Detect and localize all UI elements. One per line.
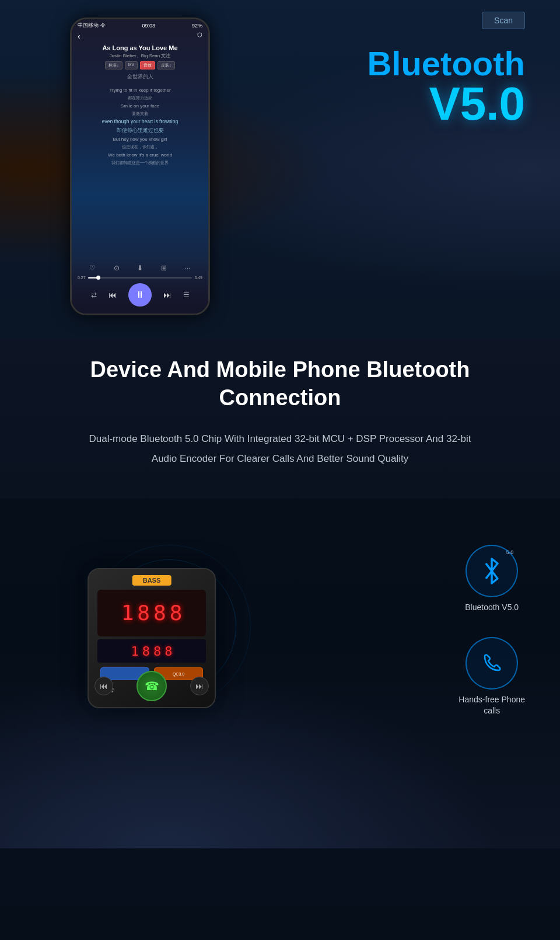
device-body: BASS 1 8 8 8 1 8 8 8 xyxy=(88,568,216,708)
lyric-3-cn: 即使你心里难过也要 xyxy=(79,127,201,134)
top-section: Scan 中国移动 令 09:03 92% ‹ ⬡ xyxy=(0,0,560,339)
phone-svg-icon xyxy=(480,652,503,675)
phone-tags: 标准↓ MV 音效 皮肤↓ xyxy=(72,61,208,69)
page-wrapper: Scan 中国移动 令 09:03 92% ‹ ⬡ xyxy=(0,0,560,940)
bluetooth-icon-circle: 5.0 xyxy=(466,545,518,597)
section-description: Dual-mode Bluetooth 5.0 Chip With Integr… xyxy=(82,429,478,469)
bluetooth-title-block: Bluetooth V5.0 xyxy=(367,47,525,127)
artist-name: Justin Bieber、Big Sean 文注 xyxy=(72,53,208,59)
phone-icon-circle xyxy=(466,637,518,690)
phone-container: 中国移动 令 09:03 92% ‹ ⬡ As Long as You Love… xyxy=(70,18,210,321)
digit-6: 8 xyxy=(142,644,150,659)
feature-bluetooth: 5.0 Bluetooth V5.0 xyxy=(459,545,525,614)
digit-1: 1 xyxy=(121,603,134,624)
nav-row: ‹ ⬡ xyxy=(72,32,208,42)
song-title: As Long as You Love Me xyxy=(72,42,208,53)
phone-icons-row: ♡ ⊙ ⬇ ⊞ ··· xyxy=(78,264,202,272)
features-panel: 5.0 Bluetooth V5.0 Hands-free Phonecalls xyxy=(459,545,525,717)
device-display-bottom: 1 8 8 8 xyxy=(97,639,206,663)
bluetooth-word: Bluetooth xyxy=(367,47,525,81)
phone-controls: ♡ ⊙ ⬇ ⊞ ··· 0:27 xyxy=(72,259,208,314)
next-button[interactable]: ⏭ xyxy=(163,290,172,300)
bass-button[interactable]: BASS xyxy=(132,575,172,586)
progress-dot xyxy=(96,276,100,280)
lyric-5-cn: 我们都知道这是一个残酷的世界 xyxy=(79,160,201,166)
bluetooth-feature-label: Bluetooth V5.0 xyxy=(465,602,519,614)
video-icon[interactable]: ⊙ xyxy=(114,264,120,272)
scan-button[interactable]: Scan xyxy=(482,12,525,29)
lyric-2-en: Smile on your face xyxy=(79,103,201,109)
phone-status-bar: 中国移动 令 09:03 92% xyxy=(72,19,208,32)
download-icon[interactable]: ⬇ xyxy=(137,264,143,272)
device-mockup: BASS 1 8 8 8 1 8 8 8 xyxy=(88,568,216,732)
device-display-top: 1 8 8 8 xyxy=(97,590,206,636)
progress-bar[interactable] xyxy=(88,277,192,278)
time-text: 09:03 xyxy=(142,23,155,29)
phone-lyrics: Trying to fit in keep it together 都在努力适应… xyxy=(72,83,208,170)
playlist-icon[interactable]: ☰ xyxy=(183,291,190,299)
lyric-4-en: But hey now you know girl xyxy=(79,136,201,142)
lyric-4-cn: 但是现在，你知道， xyxy=(79,144,201,150)
tag-skin[interactable]: 皮肤↓ xyxy=(158,61,175,69)
bluetooth-svg-icon xyxy=(481,556,503,586)
back-icon[interactable]: ‹ xyxy=(78,32,80,41)
middle-section: Device And Mobile Phone Bluetooth Connec… xyxy=(0,339,560,498)
lyric-3-en: even though your heart is frowning xyxy=(79,119,201,126)
share2-icon[interactable]: ⊞ xyxy=(161,264,167,272)
device-container: BASS 1 8 8 8 1 8 8 8 xyxy=(58,533,245,767)
device-center-btn[interactable]: ☎ xyxy=(136,671,167,701)
tag-effects[interactable]: 音效 xyxy=(140,61,155,69)
prev-button[interactable]: ⏮ xyxy=(108,290,117,300)
music-note-icon: ♪ xyxy=(111,685,115,694)
digit-7: 8 xyxy=(153,644,161,659)
digit-5: 1 xyxy=(131,644,139,659)
bt-version-label: 5.0 xyxy=(506,549,514,555)
phone-progress: 0:27 3:49 xyxy=(78,276,202,280)
bluetooth-version: V5.0 xyxy=(367,81,525,127)
tag-mv[interactable]: MV xyxy=(125,61,138,69)
handsfree-feature-label: Hands-free Phonecalls xyxy=(459,694,525,717)
bottom-section: BASS 1 8 8 8 1 8 8 8 xyxy=(0,498,560,848)
cn-title: 全世界的人 xyxy=(72,73,208,81)
pause-button[interactable]: ⏸ xyxy=(128,283,152,307)
time-total: 3:49 xyxy=(194,276,202,280)
carrier-text: 中国移动 令 xyxy=(78,22,106,29)
feature-handsfree: Hands-free Phonecalls xyxy=(459,637,525,717)
lyric-1-en: Trying to fit in keep it together xyxy=(79,87,201,93)
device-next-btn[interactable]: ⏭ xyxy=(190,677,209,695)
lyric-1-cn: 都在努力适应 xyxy=(79,95,201,101)
digit-2: 8 xyxy=(137,603,150,624)
digit-3: 8 xyxy=(153,603,166,624)
phone-body: 中国移动 令 09:03 92% ‹ ⬡ As Long as You Love… xyxy=(70,18,210,315)
tag-standard[interactable]: 标准↓ xyxy=(105,61,123,69)
phone-screen: 中国移动 令 09:03 92% ‹ ⬡ As Long as You Love… xyxy=(72,19,208,314)
digit-8: 8 xyxy=(164,644,172,659)
phone-play-row: ⇄ ⏮ ⏸ ⏭ ☰ xyxy=(78,283,202,307)
time-current: 0:27 xyxy=(78,276,86,280)
heart-icon[interactable]: ♡ xyxy=(89,264,96,272)
battery-text: 92% xyxy=(192,23,202,29)
lyric-2-cn: 要微笑着 xyxy=(79,111,201,117)
lyric-5-en: We both know it's a cruel world xyxy=(79,152,201,158)
shuffle-icon[interactable]: ⇄ xyxy=(91,291,97,299)
section-heading: Device And Mobile Phone Bluetooth Connec… xyxy=(35,356,525,412)
digit-4: 8 xyxy=(170,603,183,624)
share-icon[interactable]: ⬡ xyxy=(197,32,202,41)
more-icon[interactable]: ··· xyxy=(185,264,191,272)
